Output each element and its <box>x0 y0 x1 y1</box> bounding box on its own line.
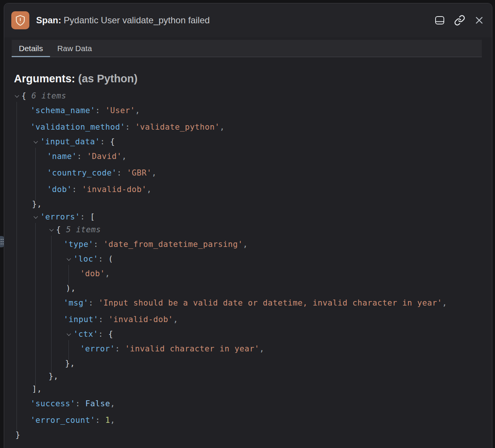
chevron-down-icon[interactable] <box>49 226 56 233</box>
token-key: 'dob' <box>47 185 72 194</box>
indent-guide <box>68 265 69 285</box>
tab-raw-data[interactable]: Raw Data <box>50 40 99 57</box>
link-icon <box>454 15 465 26</box>
token-punct: , <box>243 240 248 249</box>
token-key: 'type' <box>64 240 93 249</box>
token-key: 'success' <box>30 399 75 408</box>
token-punct: : <box>115 344 125 353</box>
token-punct: , <box>152 168 156 177</box>
token-key: 'country_code' <box>47 168 117 177</box>
close-button[interactable] <box>474 15 485 26</box>
tab-details[interactable]: Details <box>12 40 50 57</box>
chevron-down-icon[interactable] <box>33 138 40 145</box>
token-punct: , <box>110 416 115 425</box>
tree-row: 'input': 'invalid-dob', <box>4 312 492 328</box>
tree-row: }, <box>4 370 492 383</box>
indent-guide <box>17 102 17 431</box>
token-brace: { <box>110 137 115 146</box>
token-key: 'schema_name' <box>30 106 95 115</box>
tree-row: }, <box>4 198 492 211</box>
tree-row: } <box>4 429 492 442</box>
token-brace: { <box>56 225 61 234</box>
tree-row: { 5 items <box>4 224 492 236</box>
token-punct: : <box>77 152 87 161</box>
token-punct: , <box>122 152 127 161</box>
shield-alert-icon <box>11 11 29 29</box>
copy-link-button[interactable] <box>453 14 466 27</box>
token-str: 'invalid character in year' <box>125 344 260 353</box>
tree-row: 'validation_method': 'validate_python', <box>4 119 492 136</box>
token-brace: ], <box>32 384 42 394</box>
token-brace: } <box>15 430 20 439</box>
token-key: 'validation_method' <box>30 123 125 132</box>
token-key: 'error_count' <box>30 416 95 425</box>
token-brace: [ <box>90 212 95 221</box>
close-icon <box>474 15 484 25</box>
tree-row: 'dob', <box>4 266 492 282</box>
token-punct: , <box>135 106 140 115</box>
indent-guide <box>35 223 36 385</box>
token-punct: : <box>75 399 85 408</box>
token-str: 'invalid-dob' <box>82 185 147 194</box>
token-punct: , <box>173 315 178 324</box>
token-punct: : <box>95 416 105 425</box>
token-key: 'name' <box>47 152 77 161</box>
tree-row: ], <box>4 383 492 396</box>
token-key: 'loc' <box>73 254 98 263</box>
span-kind-label: Span: <box>36 15 61 25</box>
token-items: 5 items <box>61 225 101 234</box>
token-num: 1 <box>105 416 110 425</box>
token-str: 'David' <box>87 152 122 161</box>
token-key: 'ctx' <box>73 330 98 339</box>
token-brace: }, <box>49 372 59 381</box>
tree-row: 'country_code': 'GBR', <box>4 165 492 182</box>
token-punct: , <box>105 269 110 278</box>
grip-dots-icon <box>1 239 2 240</box>
token-punct: : <box>117 168 127 177</box>
token-str: 'invalid-dob' <box>108 315 173 324</box>
tree-row: 'ctx': { <box>4 328 492 341</box>
token-punct: : <box>100 137 110 146</box>
chevron-down-icon[interactable] <box>67 331 73 338</box>
tree-row: 'errors': [ <box>4 211 492 224</box>
chevron-down-icon[interactable] <box>33 213 40 220</box>
token-items: 6 items <box>26 91 66 100</box>
token-key: 'error' <box>80 344 115 353</box>
tree-row: 'type': 'date_from_datetime_parsing', <box>4 236 492 253</box>
token-punct: : <box>125 123 135 132</box>
indent-guide <box>68 340 69 360</box>
screen: Span: Pydantic User validate_python fail… <box>0 0 495 448</box>
panel-drag-handle[interactable] <box>0 236 4 247</box>
tree-row: 'schema_name': 'User', <box>4 103 492 119</box>
heading-suffix: (as Python) <box>78 73 138 85</box>
token-str: 'GBR' <box>127 168 152 177</box>
token-brace: }, <box>65 359 75 368</box>
token-bool: False <box>85 399 110 408</box>
token-str: 'User' <box>105 106 135 115</box>
token-punct: : <box>72 185 82 194</box>
token-brace: { <box>108 330 113 339</box>
token-punct: : <box>95 106 105 115</box>
tree-row: 'error': 'invalid character in year', <box>4 341 492 357</box>
json-tree: { 6 items'schema_name': 'User','validati… <box>4 90 492 442</box>
tree-row: ), <box>4 282 492 295</box>
chevron-down-icon[interactable] <box>67 256 73 262</box>
token-key: 'msg' <box>64 298 88 307</box>
dock-panel-button[interactable] <box>434 14 446 26</box>
token-key: 'errors' <box>40 212 80 221</box>
token-punct: : <box>88 298 99 307</box>
token-punct: , <box>442 298 447 307</box>
chevron-down-icon[interactable] <box>15 92 21 99</box>
token-punct: : <box>98 330 108 339</box>
panel-bottom-icon <box>434 15 445 26</box>
token-punct: : <box>99 315 109 324</box>
token-str: 'dob' <box>80 269 105 278</box>
heading-main: Arguments: <box>14 73 75 85</box>
token-str: 'validate_python' <box>135 123 220 132</box>
token-brace: { <box>21 91 26 100</box>
tree-row: 'msg': 'Input should be a valid date or … <box>4 295 492 312</box>
header-actions <box>434 14 485 27</box>
token-brace: }, <box>32 200 42 209</box>
arguments-heading: Arguments: (as Python) <box>14 72 492 85</box>
tree-row: 'error_count': 1, <box>4 412 492 429</box>
